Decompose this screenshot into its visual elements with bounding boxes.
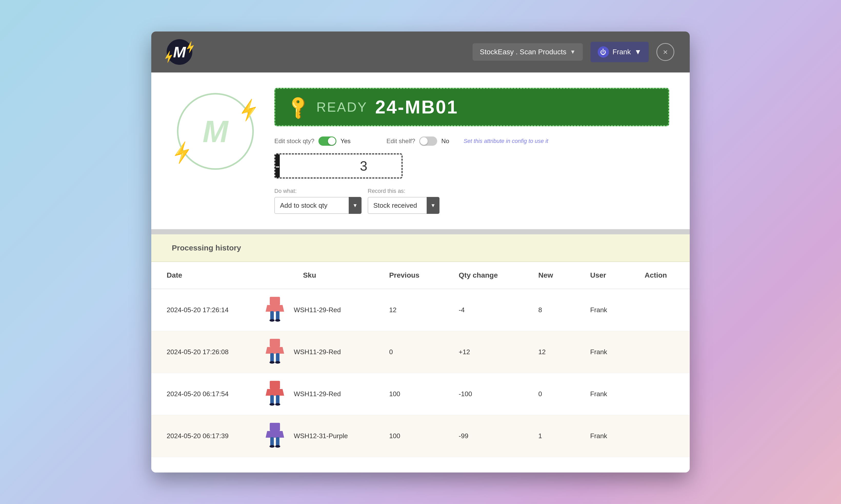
svg-marker-13 [265,389,284,396]
edit-shelf-value: No [441,138,449,145]
record-as-group: Record this as: Stock received Stock adj… [368,188,440,214]
cell-thumb [257,331,288,373]
cell-user: Frank [575,331,629,373]
cell-previous: 100 [374,373,443,415]
cell-action [629,415,690,457]
svg-point-4 [270,319,275,322]
history-tbody: 2024-05-20 17:26:14WSH11-29-Red12-48Fran… [151,289,690,457]
svg-rect-18 [270,423,280,431]
user-menu-button[interactable]: ⏻ Frank ▼ [590,42,649,62]
cell-action [629,331,690,373]
cell-date: 2024-05-20 06:17:54 [151,373,257,415]
cell-user: Frank [575,289,629,331]
svg-marker-7 [265,347,284,354]
section-separator [151,229,690,234]
table-row: 2024-05-20 17:26:14WSH11-29-Red12-48Fran… [151,289,690,331]
history-header: Processing history [151,234,690,262]
toggle-knob [328,137,336,145]
svg-rect-15 [276,395,279,404]
svg-rect-9 [276,353,279,362]
key-icon: 🔑 [284,93,312,121]
scanner-controls: 🔑 READY 24-MB01 Edit stock qty? Yes Edit [274,88,669,214]
cell-sku: WSH11-29-Red [288,373,374,415]
svg-point-16 [270,403,275,406]
do-what-select[interactable]: Add to stock qty Set stock qty Subtract … [274,197,362,214]
svg-rect-8 [270,353,274,362]
cell-new: 1 [523,415,574,457]
svg-point-5 [275,319,280,322]
do-what-label: Do what: [274,188,362,194]
col-user: User [575,262,629,289]
user-name-label: Frank [613,48,631,56]
cell-date: 2024-05-20 06:17:39 [151,415,257,457]
col-previous: Previous [374,262,443,289]
app-logo: M [167,39,192,65]
do-what-group: Do what: Add to stock qty Set stock qty … [274,188,362,214]
cell-thumb [257,415,288,457]
edit-stock-toggle[interactable] [319,137,337,146]
svg-point-23 [275,445,280,448]
cell-user: Frank [575,415,629,457]
chevron-down-icon: ▼ [570,49,576,55]
power-icon: ⏻ [598,46,609,58]
config-hint: Set this attribute in config to use it [464,138,548,144]
table-row: 2024-05-20 17:26:08WSH11-29-Red0+1212Fra… [151,331,690,373]
svg-rect-14 [270,395,274,404]
edit-shelf-label: Edit shelf? [387,138,415,145]
svg-rect-21 [276,437,279,446]
col-date: Date [151,262,257,289]
do-what-select-wrapper: Add to stock qty Set stock qty Subtract … [274,197,362,214]
history-title: Processing history [172,244,241,252]
table-header: Date Sku Previous Qty change New User Ac… [151,262,690,289]
svg-marker-1 [265,305,284,312]
col-sku-spacer [257,262,288,289]
qty-input[interactable] [280,155,402,178]
svg-rect-2 [270,311,274,320]
logo-letter: M [173,43,186,61]
scanner-section: M 🔑 READY 24-MB01 Edit stock qty? [172,88,669,214]
record-as-select[interactable]: Stock received Stock adjustment Sale Ret… [368,197,440,214]
svg-rect-3 [276,311,279,320]
record-as-select-wrapper: Stock received Stock adjustment Sale Ret… [368,197,440,214]
cell-thumb [257,373,288,415]
status-label: READY [316,100,367,115]
cell-sku: WSH11-29-Red [288,331,374,373]
edit-shelf-group: Edit shelf? No Set this attribute in con… [387,137,548,146]
edit-stock-value: Yes [341,138,350,145]
cell-action [629,289,690,331]
svg-rect-6 [270,339,280,347]
svg-point-22 [270,445,275,448]
edit-shelf-toggle[interactable] [419,137,437,146]
cell-sku: WSH12-31-Purple [288,415,374,457]
logo-watermark: M [172,88,259,175]
edit-stock-label: Edit stock qty? [274,138,314,145]
close-icon: × [663,48,668,57]
cell-new: 12 [523,331,574,373]
user-chevron-icon: ▼ [634,48,641,56]
qty-stepper: - + [274,154,402,179]
titlebar-right: StockEasy . Scan Products ▼ ⏻ Frank ▼ × [473,42,674,62]
titlebar: M StockEasy . Scan Products ▼ ⏻ Frank ▼ … [151,32,690,72]
cell-qty-change: +12 [443,331,523,373]
record-as-label: Record this as: [368,188,440,194]
svg-point-11 [275,361,280,364]
close-button[interactable]: × [656,43,674,61]
cell-user: Frank [575,373,629,415]
cell-previous: 0 [374,331,443,373]
table-row: 2024-05-20 06:17:39WSH12-31-Purple100-99… [151,415,690,457]
decrement-button[interactable]: - [275,155,280,178]
cell-previous: 12 [374,289,443,331]
product-thumbnail [264,422,285,448]
watermark-circle: M [177,93,254,170]
svg-point-17 [275,403,280,406]
cell-new: 8 [523,289,574,331]
history-section: Processing history Date Sku Previous Qty… [151,234,690,472]
app-selector-button[interactable]: StockEasy . Scan Products ▼ [473,43,583,61]
watermark-letter: M [203,114,228,149]
col-qty-change: Qty change [443,262,523,289]
shelf-toggle-knob [420,137,428,145]
toggle-row: Edit stock qty? Yes Edit shelf? No Set t… [274,137,669,146]
col-action: Action [629,262,690,289]
svg-rect-12 [270,381,280,389]
action-row: Do what: Add to stock qty Set stock qty … [274,188,669,214]
